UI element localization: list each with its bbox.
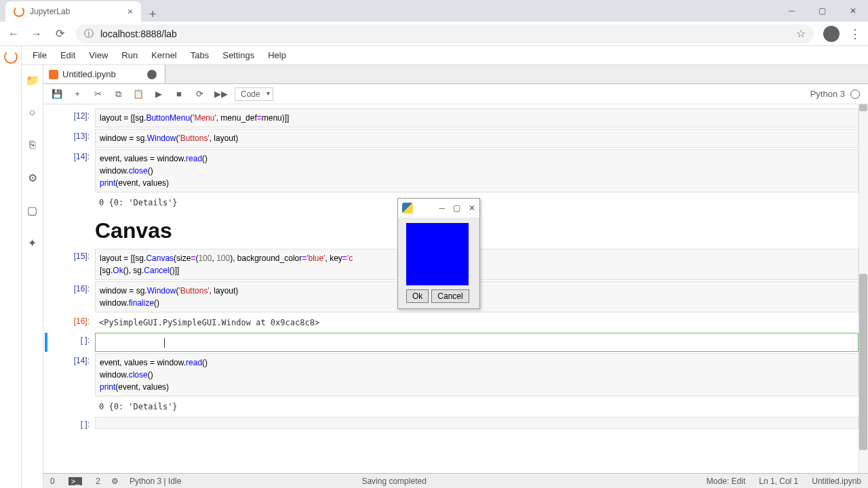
active-code-cell[interactable]: [ ]: bbox=[45, 333, 859, 352]
editor-mode[interactable]: Mode: Edit bbox=[707, 476, 745, 486]
popup-minimize-icon[interactable]: ─ bbox=[439, 203, 445, 213]
menu-settings[interactable]: Settings bbox=[216, 50, 261, 60]
tab-title: JupyterLab bbox=[30, 7, 70, 16]
stop-icon[interactable]: ■ bbox=[174, 89, 184, 99]
menubar: FileEditViewRunKernelTabsSettingsHelp bbox=[22, 46, 868, 65]
toc-icon[interactable]: ⚙ bbox=[26, 171, 39, 184]
site-info-icon[interactable]: ⓘ bbox=[84, 28, 94, 40]
cell-prompt: [14]: bbox=[47, 353, 95, 396]
cursor-position[interactable]: Ln 1, Col 1 bbox=[759, 476, 798, 486]
popup-close-icon[interactable]: ✕ bbox=[469, 203, 475, 213]
code-cell[interactable]: [ ]: bbox=[47, 417, 859, 429]
browser-tab[interactable]: JupyterLab × bbox=[5, 1, 141, 22]
cell-prompt: [15]: bbox=[47, 249, 95, 280]
code-cell[interactable]: [13]:window = sg.Window('Buttons', layou… bbox=[47, 129, 859, 148]
output-cell: 0 {0: 'Details'} bbox=[47, 398, 859, 415]
menu-tabs[interactable]: Tabs bbox=[184, 50, 216, 60]
saving-status: Saving completed bbox=[361, 476, 426, 486]
file-browser-icon[interactable]: 📁 bbox=[26, 73, 39, 87]
copy-icon[interactable]: ⧉ bbox=[113, 89, 123, 100]
jupyter-favicon bbox=[14, 6, 24, 17]
menu-file[interactable]: File bbox=[26, 50, 54, 60]
cell-prompt: [13]: bbox=[47, 129, 95, 148]
restart-icon[interactable]: ⟳ bbox=[194, 89, 205, 99]
ok-button[interactable]: Ok bbox=[406, 289, 429, 303]
unsaved-indicator-icon bbox=[147, 70, 157, 79]
browser-menu-icon[interactable]: ⋮ bbox=[849, 26, 861, 41]
code-cell[interactable]: [14]:event, values = window.read()window… bbox=[47, 353, 859, 396]
python-icon bbox=[402, 203, 413, 214]
close-tab-icon[interactable]: × bbox=[127, 6, 133, 17]
cell-prompt: [12]: bbox=[47, 108, 95, 127]
status-bar: 0 >_ 2 ⚙ Python 3 | Idle Saving complete… bbox=[43, 473, 868, 488]
notebook-tab[interactable]: Untitled.ipynb bbox=[43, 65, 165, 83]
close-window-button[interactable]: ✕ bbox=[837, 0, 868, 22]
cell-prompt: [16]: bbox=[47, 281, 95, 312]
notebook-tab-label: Untitled.ipynb bbox=[62, 69, 116, 79]
out-prompt: [16]: bbox=[47, 314, 95, 331]
extensions-icon[interactable]: ✦ bbox=[26, 236, 39, 249]
popup-titlebar[interactable]: ─ ▢ ✕ bbox=[398, 199, 479, 218]
cell-type-select[interactable]: Code bbox=[235, 87, 273, 101]
scrollbar[interactable] bbox=[859, 104, 868, 473]
terminal-badge[interactable]: >_ bbox=[68, 477, 83, 485]
add-cell-icon[interactable]: + bbox=[72, 89, 83, 99]
address-bar[interactable]: ⓘ localhost:8888/lab ☆ bbox=[76, 24, 814, 43]
status-left-2[interactable]: 2 bbox=[96, 476, 100, 486]
save-icon[interactable]: 💾 bbox=[52, 89, 62, 99]
notebook-icon bbox=[49, 70, 58, 79]
pysimplegui-window[interactable]: ─ ▢ ✕ Ok Cancel bbox=[397, 198, 480, 309]
paste-icon[interactable]: 📋 bbox=[133, 89, 144, 99]
canvas-element[interactable] bbox=[406, 223, 469, 285]
cut-icon[interactable]: ✂ bbox=[92, 89, 103, 99]
cancel-button[interactable]: Cancel bbox=[431, 289, 469, 303]
profile-avatar[interactable] bbox=[823, 26, 840, 42]
url-text: localhost:8888/lab bbox=[100, 28, 177, 39]
menu-edit[interactable]: Edit bbox=[54, 50, 82, 60]
maximize-button[interactable]: ▢ bbox=[807, 0, 837, 22]
menu-view[interactable]: View bbox=[82, 50, 115, 60]
popup-maximize-icon[interactable]: ▢ bbox=[453, 203, 460, 213]
open-tabs-icon[interactable]: ▢ bbox=[26, 203, 39, 217]
menu-run[interactable]: Run bbox=[115, 50, 144, 60]
reload-icon[interactable]: ⟳ bbox=[53, 27, 66, 40]
code-cell[interactable]: [12]:layout = [[sg.ButtonMenu('Menu', me… bbox=[47, 108, 859, 127]
activity-bar: 📁 ○ ⎘ ⚙ ▢ ✦ bbox=[22, 65, 43, 488]
commands-icon[interactable]: ⎘ bbox=[26, 138, 39, 152]
kernel-name[interactable]: Python 3 bbox=[810, 89, 845, 99]
menu-kernel[interactable]: Kernel bbox=[144, 50, 184, 60]
kernel-status-text[interactable]: Python 3 | Idle bbox=[130, 476, 182, 486]
minimize-button[interactable]: ─ bbox=[776, 0, 807, 22]
notebook-toolbar: 💾 + ✂ ⧉ 📋 ▶ ■ ⟳ ▶▶ Code Python 3 bbox=[43, 84, 868, 104]
cell-prompt: [14]: bbox=[47, 149, 95, 192]
back-icon[interactable]: ← bbox=[7, 28, 20, 40]
jupyter-logo-icon[interactable] bbox=[0, 46, 22, 68]
new-tab-button[interactable]: + bbox=[141, 7, 165, 22]
forward-icon[interactable]: → bbox=[30, 28, 43, 40]
cell-prompt: [ ]: bbox=[47, 417, 95, 429]
run-all-icon[interactable]: ▶▶ bbox=[214, 89, 225, 99]
run-icon[interactable]: ▶ bbox=[153, 89, 164, 99]
output-result: [16]:<PySimpleGUI.PySimpleGUI.Window at … bbox=[47, 314, 859, 331]
kernel-status-icon[interactable] bbox=[850, 89, 860, 99]
menu-help[interactable]: Help bbox=[261, 50, 293, 60]
code-cell[interactable]: [14]:event, values = window.read()window… bbox=[47, 149, 859, 192]
status-left-0[interactable]: 0 bbox=[50, 476, 55, 486]
current-file[interactable]: Untitled.ipynb bbox=[812, 476, 861, 486]
gear-icon[interactable]: ⚙ bbox=[111, 476, 119, 486]
bookmark-star-icon[interactable]: ☆ bbox=[796, 27, 806, 40]
running-icon[interactable]: ○ bbox=[26, 106, 39, 119]
